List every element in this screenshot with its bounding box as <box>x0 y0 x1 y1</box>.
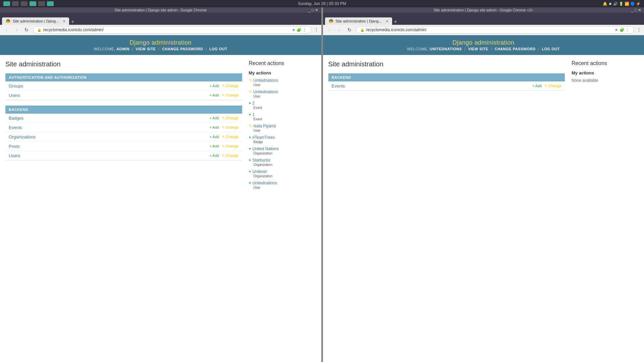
add-users-backend[interactable]: Add <box>209 154 219 158</box>
change-badges[interactable]: Change <box>222 116 239 120</box>
change-groups[interactable]: Change <box>222 84 239 88</box>
logout-link-1[interactable]: LOG OUT <box>209 47 227 51</box>
action-link-4[interactable]: + 1 <box>249 112 316 117</box>
model-name-badges[interactable]: Badges <box>9 116 209 121</box>
os-taskbar: Sunday, Jun 28 | 05:33 PM 🔔 ⏺ 🔊 🔋 📶 🔵 ⚡ <box>0 0 644 7</box>
model-name-users-auth[interactable]: Users <box>9 93 209 98</box>
close-tab-2[interactable]: ✕ <box>386 19 388 23</box>
model-actions-events-2: Add Change <box>532 84 561 88</box>
backend-section-2: BACKEND Events Add Change <box>328 73 565 91</box>
change-users-auth[interactable]: Change <box>222 93 239 98</box>
model-row-organizations: Organizations Add Change <box>5 132 242 142</box>
model-row-events-2: Events Add Change <box>328 81 565 91</box>
django-page-2: Django administration WELCOME, UNITEDNAT… <box>323 35 644 362</box>
django-page-1: Django administration WELCOME, ADMIN | V… <box>0 35 321 362</box>
backend-section-header-2: BACKEND <box>328 73 565 81</box>
add-groups[interactable]: Add <box>209 84 219 88</box>
new-tab-button-2[interactable]: + <box>392 19 399 25</box>
tab-title-1: Site administration | Djang... <box>13 19 59 23</box>
reload-button-1[interactable]: ↻ <box>23 27 30 33</box>
action-item-2: ✎ Unitednations User <box>249 89 316 98</box>
add-posts[interactable]: Add <box>209 144 219 148</box>
change-password-link-1[interactable]: CHANGE PASSWORD <box>162 47 203 51</box>
add-organizations[interactable]: Add <box>209 135 219 139</box>
add-events-2[interactable]: Add <box>532 84 542 88</box>
taskbar-app-icons <box>3 1 54 6</box>
add-icon-8: + <box>249 158 251 163</box>
model-row-groups: Groups Add Change <box>5 81 242 91</box>
browser-tab-2[interactable]: Site administration | Djang... ✕ <box>325 17 392 25</box>
change-events-2[interactable]: Change <box>544 84 561 88</box>
auth-section-header-1: AUTHENTICATION AND AUTHORIZATION <box>5 73 242 81</box>
address-bar-row-1: ‹ › ↻ 🔒 recyclomedia.iconicto.com/admin/… <box>0 25 321 35</box>
title-bar-1: Site administration | Django site admin … <box>0 7 321 13</box>
taskbar-icon-6 <box>47 1 54 6</box>
model-name-groups[interactable]: Groups <box>9 83 209 88</box>
change-password-link-2[interactable]: CHANGE PASSWORD <box>494 47 535 51</box>
taskbar-icon-1 <box>3 1 10 6</box>
change-users-backend[interactable]: Change <box>222 154 239 158</box>
url-text-1: recyclomedia.iconicto.com/admin/ <box>43 27 290 32</box>
model-row-events: Events Add Change <box>5 123 242 132</box>
forward-button-2[interactable]: › <box>336 27 343 33</box>
address-input-2[interactable]: 🔒 recyclomedia.iconicto.com/admin/ ★ 🧩 ⋮ <box>356 26 634 34</box>
add-icon-9: + <box>249 169 251 174</box>
new-tab-button-1[interactable]: + <box>69 19 76 25</box>
action-link-5[interactable]: ✎ Isala Piyarisi <box>249 124 316 128</box>
django-header-1: Django administration WELCOME, ADMIN | V… <box>0 35 321 55</box>
browser-window-2: Site administration | Django site admin … <box>323 7 644 362</box>
model-name-events-2[interactable]: Events <box>332 83 532 88</box>
action-link-3[interactable]: + 2 <box>249 101 316 106</box>
chrome-favicon-2 <box>329 19 333 23</box>
close-tab-1[interactable]: ✕ <box>63 19 65 23</box>
action-link-8[interactable]: + Starbucks <box>249 158 316 163</box>
reload-button-2[interactable]: ↻ <box>346 27 353 33</box>
taskbar-icon-3 <box>21 1 28 6</box>
admin-username-1[interactable]: ADMIN <box>116 47 129 51</box>
change-organizations[interactable]: Change <box>222 135 239 139</box>
my-actions-title-1: My actions <box>249 70 316 75</box>
recent-actions-panel-2: Recent actions My actions None available <box>572 60 639 357</box>
admin-username-2[interactable]: UNITEDNATIONS <box>430 47 462 51</box>
view-site-link-1[interactable]: VIEW SITE <box>136 47 156 51</box>
model-name-posts[interactable]: Posts <box>9 144 209 149</box>
django-title-1: Django administration <box>5 39 316 46</box>
action-link-7[interactable]: + United Nations <box>249 146 316 151</box>
address-input-1[interactable]: 🔒 recyclomedia.iconicto.com/admin/ ★ 🧩 ⋮ <box>33 26 311 34</box>
change-posts[interactable]: Change <box>222 144 239 148</box>
add-users-auth[interactable]: Add <box>209 93 219 98</box>
django-header-2: Django administration WELCOME, UNITEDNAT… <box>323 35 644 55</box>
welcome-bar-2: WELCOME, UNITEDNATIONS | VIEW SITE / CHA… <box>328 47 639 51</box>
action-item-9: + Unilever Organization <box>249 169 316 178</box>
model-name-users-backend[interactable]: Users <box>9 153 209 158</box>
action-item-1: ✎ Unitednations User <box>249 78 316 87</box>
view-site-link-2[interactable]: VIEW SITE <box>468 47 488 51</box>
model-name-events[interactable]: Events <box>9 125 209 130</box>
action-link-9[interactable]: + Unilever <box>249 169 316 174</box>
browser-window-1: Site administration | Django site admin … <box>0 7 322 362</box>
add-badges[interactable]: Add <box>209 116 219 120</box>
model-actions-events: Add Change <box>209 125 238 130</box>
logout-link-2[interactable]: LOG OUT <box>542 47 560 51</box>
chrome-favicon-1 <box>6 19 10 23</box>
back-button-1[interactable]: ‹ <box>3 27 10 33</box>
browser-tab-1[interactable]: Site administration | Djang... ✕ <box>2 17 69 25</box>
action-link-10[interactable]: + Unitednations <box>249 181 316 185</box>
model-row-badges: Badges Add Change <box>5 114 242 123</box>
address-bar-row-2: ‹ › ↻ 🔒 recyclomedia.iconicto.com/admin/… <box>323 25 644 35</box>
action-link-2[interactable]: ✎ Unitednations <box>249 89 316 94</box>
action-item-5: ✎ Isala Piyarisi User <box>249 124 316 132</box>
action-link-1[interactable]: ✎ Unitednations <box>249 78 316 83</box>
action-item-7: + United Nations Organization <box>249 146 316 155</box>
window-title-1: Site administration | Django site admin … <box>114 8 207 12</box>
model-name-organizations[interactable]: Organizations <box>9 134 209 139</box>
action-link-6[interactable]: + #TeamTrees <box>249 135 316 140</box>
forward-button-1[interactable]: › <box>13 27 20 33</box>
lock-icon-1: 🔒 <box>37 28 41 32</box>
change-events[interactable]: Change <box>222 125 239 130</box>
back-button-2[interactable]: ‹ <box>326 27 333 33</box>
add-icon-4: + <box>249 112 251 117</box>
window-controls-1: _ □ ✕ <box>308 8 319 12</box>
action-item-10: + Unitednations User <box>249 181 316 189</box>
add-events[interactable]: Add <box>209 125 219 130</box>
